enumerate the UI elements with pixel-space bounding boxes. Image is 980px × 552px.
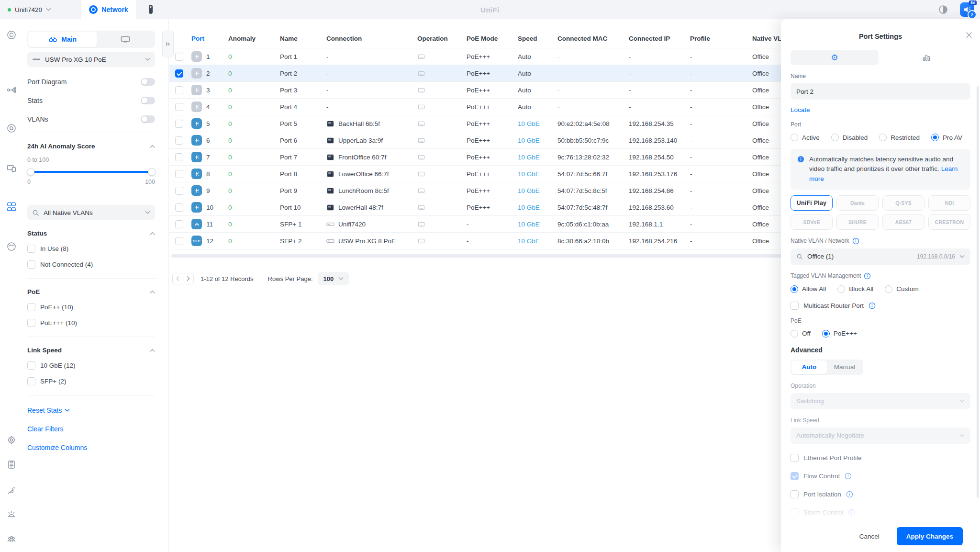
link-reset-stats[interactable]: Reset Stats [27,406,155,414]
multicast-router-port-checkbox[interactable]: Multicast Router Port [791,302,970,310]
col-header-profile[interactable]: Profile [690,35,752,42]
advanced-mode-auto[interactable]: Auto [791,360,827,374]
toggle-vlans[interactable] [141,115,155,123]
row-checkbox[interactable] [175,103,183,111]
filter-checkbox-not-connected-4[interactable]: Not Connected (4) [27,260,155,269]
locate-link[interactable]: Locate [791,106,970,113]
row-checkbox[interactable] [175,170,183,178]
announcements-button[interactable]: EA 2 [960,2,974,17]
connected-ip: 192.168.254.35 [629,120,690,127]
logs-icon[interactable] [6,459,17,470]
slider-handle-min[interactable] [27,168,34,176]
tab-port-config[interactable]: ⚙ [791,50,879,65]
ports-icon[interactable] [6,202,17,213]
settings-icon[interactable] [6,435,17,445]
brand-dante[interactable]: Dante [836,195,879,211]
row-checkbox[interactable] [175,69,183,78]
brand-sdvoe[interactable]: SDVoE [791,214,833,230]
close-icon[interactable] [966,32,972,38]
poe-off[interactable]: Off [791,330,811,338]
toggle-port-diagram[interactable] [141,78,155,86]
row-checkbox[interactable] [175,136,183,145]
brand-shure[interactable]: SHURE [836,214,879,230]
integrations-icon[interactable] [6,485,17,496]
apply-changes-button[interactable]: Apply Changes [897,527,963,545]
alerts-icon[interactable] [6,509,17,520]
prev-page-button[interactable] [173,273,183,284]
link-clear-filters[interactable]: Clear Filters [27,425,155,433]
tab-device-view[interactable] [97,32,154,47]
col-header-connected-ip[interactable]: Connected IP [629,35,690,42]
port-icon [191,152,202,162]
chevron-up-icon[interactable] [150,290,155,294]
port-state-pro-av[interactable]: Pro AV [931,134,962,141]
poe-poe[interactable]: PoE+++ [822,330,857,338]
operation-icon [417,153,467,161]
tagged-vlan-block-all[interactable]: Block All [837,285,873,293]
admins-icon[interactable] [6,534,17,544]
tab-network-app[interactable]: Network [81,0,136,19]
col-header-poe-mode[interactable]: PoE Mode [467,35,518,42]
col-header-anomaly[interactable]: Anomaly [228,35,280,42]
filter-checkbox-in-use-8[interactable]: In Use (8) [27,245,155,253]
row-checkbox[interactable] [175,237,183,245]
brand-q-sys[interactable]: Q-SYS [882,195,924,211]
topology-icon[interactable] [6,85,17,95]
security-icon[interactable] [6,123,17,134]
native-vlan-filter-select[interactable]: All Native VLANs [27,205,155,220]
col-header-speed[interactable]: Speed [518,35,557,42]
row-checkbox[interactable] [175,53,183,61]
site-selector[interactable]: Unifi7420 [8,0,51,19]
tab-main[interactable]: Main [28,32,97,47]
col-header-connected-mac[interactable]: Connected MAC [557,35,629,42]
row-checkbox[interactable] [175,86,183,94]
tagged-vlan-allow-all[interactable]: Allow All [791,285,826,293]
port-name-input[interactable] [791,83,970,100]
port-state-restricted[interactable]: Restricted [879,134,920,141]
brand-unifi-play[interactable]: UniFi Play [791,195,833,211]
anomaly-slider[interactable] [27,168,155,175]
slider-handle-max[interactable] [148,168,156,176]
row-checkbox[interactable] [175,203,183,212]
row-checkbox[interactable] [175,220,183,228]
poe-mode: - [467,221,518,228]
row-checkbox[interactable] [175,187,183,195]
tab-port-statistics[interactable] [882,50,970,65]
theme-toggle-icon[interactable] [938,4,948,15]
col-header-connection[interactable]: Connection [326,35,417,42]
insights-icon[interactable] [6,241,17,252]
advanced-mode-manual[interactable]: Manual [827,360,862,374]
brand-ndi[interactable]: NDI [928,195,970,211]
chevron-up-icon[interactable] [150,349,155,352]
filter-checkbox-sfp-2[interactable]: SFP+ (2) [27,377,155,385]
brand-crestron[interactable]: CRESTRON [928,214,970,230]
link-customize-columns[interactable]: Customize Columns [27,444,155,451]
devices-icon[interactable] [6,163,17,174]
port-state-active[interactable]: Active [791,134,820,141]
row-checkbox[interactable] [175,120,183,128]
chevron-up-icon[interactable] [150,232,155,236]
tab-protect-app[interactable] [136,0,166,19]
native-vlan-select[interactable]: Office (1) 192.168.0.0/16 [791,248,970,265]
cancel-button[interactable]: Cancel [859,533,880,540]
col-header-port[interactable]: Port [189,35,228,42]
device-selector[interactable]: USW Pro XG 10 PoE [27,52,155,67]
filter-checkbox-poe-10[interactable]: PoE+++ (10) [27,319,155,327]
rows-per-page-select[interactable]: 100 [318,272,350,285]
filter-checkbox-10-gbe-12[interactable]: 10 GbE (12) [27,361,155,370]
filter-checkbox-poe-10[interactable]: PoE++ (10) [27,303,155,311]
port-state-disabled[interactable]: Disabled [831,134,868,141]
checkbox [27,377,35,385]
row-checkbox[interactable] [175,153,183,161]
tagged-vlan-custom[interactable]: Custom [885,285,919,293]
dashboard-icon[interactable] [6,30,17,40]
toggle-stats[interactable] [141,97,155,104]
next-page-button[interactable] [183,273,193,284]
connection-device-icon [326,136,334,145]
collapse-sidebar-button[interactable] [162,31,174,57]
col-header-operation[interactable]: Operation [417,35,467,42]
brand-aes67[interactable]: AES67 [882,214,924,230]
chevron-up-icon[interactable] [150,145,155,148]
panel-scrollbar[interactable] [977,86,979,498]
col-header-name[interactable]: Name [280,35,326,42]
